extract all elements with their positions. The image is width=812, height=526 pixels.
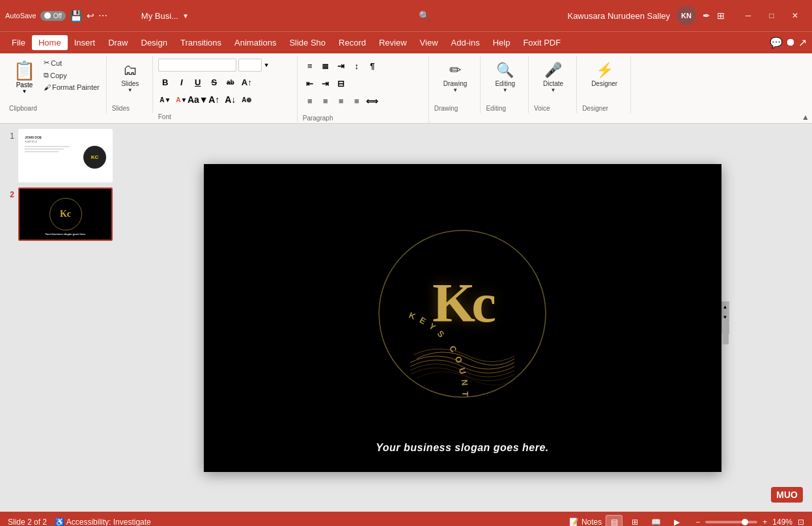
comment-icon[interactable]: 💬 <box>770 36 783 49</box>
doc-title[interactable]: My Busi... <box>141 11 178 21</box>
para-row-2: ⇤ ⇥ ⊟ <box>303 76 425 90</box>
slideshow-button[interactable]: ▶ <box>668 515 685 526</box>
user-avatar[interactable]: KN <box>677 6 696 25</box>
maximize-button[interactable]: □ <box>760 7 783 25</box>
share-icon[interactable]: ↗ <box>798 36 807 49</box>
close-button[interactable]: ✕ <box>783 7 807 25</box>
record-icon[interactable]: ⏺ <box>785 36 796 49</box>
justify-button[interactable]: ≡ <box>350 94 364 108</box>
menu-addins[interactable]: Add-ins <box>445 35 486 50</box>
menu-transitions[interactable]: Transitions <box>174 35 228 50</box>
italic-button[interactable]: I <box>175 75 189 89</box>
drawing-button[interactable]: ✏ Drawing ▼ <box>440 60 471 95</box>
list-bullets-button[interactable]: ≡ <box>303 59 317 73</box>
minimize-button[interactable]: ─ <box>736 7 760 25</box>
designer-button[interactable]: ⚡ Designer <box>587 60 621 89</box>
notes-button[interactable]: 📝 Notes <box>569 518 602 526</box>
redo-dropdown-icon[interactable]: ⋯ <box>98 10 107 21</box>
font-size-down-button[interactable]: A↓ <box>223 92 238 107</box>
menu-file[interactable]: File <box>5 35 32 50</box>
font-row-3: A▼ A▼ Aa▼ A↑ A↓ A⊕ <box>158 92 293 107</box>
indent-more-button2[interactable]: ⇥ <box>318 76 333 90</box>
reading-view-button[interactable]: 📖 <box>647 515 664 526</box>
slide-thumb-2[interactable]: Kc Your business slogan goes here. <box>18 187 113 241</box>
menu-review[interactable]: Review <box>372 35 413 50</box>
undo-icon[interactable]: ↩ <box>87 10 94 21</box>
pen-icon[interactable]: ✒ <box>703 10 710 21</box>
clipboard-group-label: Clipboard <box>9 105 37 112</box>
align-center-button[interactable]: ≡ <box>318 94 333 108</box>
indent-less-button[interactable]: ⇤ <box>303 76 317 90</box>
menu-view[interactable]: View <box>413 35 445 50</box>
menu-foxitpdf[interactable]: Foxit PDF <box>516 35 567 50</box>
normal-view-button[interactable]: ▤ <box>606 515 623 526</box>
menu-home[interactable]: Home <box>32 35 68 50</box>
menu-design[interactable]: Design <box>135 35 174 50</box>
text-options-button[interactable]: A⊕ <box>240 92 254 107</box>
indent-right-button[interactable]: ⇥ <box>334 59 348 73</box>
slides-button[interactable]: 🗂 Slides ▼ <box>117 60 143 95</box>
align-right-button[interactable]: ≡ <box>334 94 348 108</box>
font-size-dropdown[interactable]: ▼ <box>264 62 270 68</box>
dictate-button[interactable]: 🎤 Dictate ▼ <box>539 60 567 95</box>
copy-button[interactable]: ⧉ Copy <box>41 70 102 81</box>
right-scrollbar[interactable]: ▲ ▼ ▼ <box>721 301 729 334</box>
menu-draw[interactable]: Draw <box>102 35 134 50</box>
col-layout-button[interactable]: ⊟ <box>334 76 348 90</box>
ribbon-collapse-button[interactable]: ▲ <box>802 113 809 122</box>
accessibility-info: ♿ Accessibility: Investigate <box>55 518 151 526</box>
slide-info: Slide 2 of 2 <box>8 518 47 526</box>
clear-format-button[interactable]: ab <box>223 75 238 89</box>
slide-item-2[interactable]: 2 Kc Your business slogan goes here. <box>5 187 115 241</box>
font-size-up-button[interactable]: A↑ <box>207 92 221 107</box>
editing-button[interactable]: 🔍 Editing ▼ <box>491 60 519 95</box>
menu-record[interactable]: Record <box>332 35 372 50</box>
cut-button[interactable]: ✂ Cut <box>41 57 102 68</box>
scroll-up-arrow[interactable]: ▲ <box>721 301 729 312</box>
underline-button[interactable]: U <box>191 75 205 89</box>
paste-button[interactable]: 📋 Paste ▼ <box>9 57 40 97</box>
slide-thumb-1[interactable]: JOHN DOE SUBTITLE KC <box>18 129 113 182</box>
text-dir-button[interactable]: ⟺ <box>365 94 380 108</box>
zoom-slider[interactable] <box>705 521 757 523</box>
doc-title-dropdown[interactable]: ▼ <box>182 12 189 20</box>
slide-item-1[interactable]: 1 JOHN DOE SUBTITLE KC <box>5 129 115 182</box>
para-options-button[interactable]: ¶ <box>365 59 380 73</box>
autosave-toggle[interactable]: Off <box>40 11 66 21</box>
autosave-state: Off <box>53 12 62 20</box>
drawing-btn-container: ✏ Drawing ▼ <box>434 57 477 98</box>
slides-panel: 1 JOHN DOE SUBTITLE KC <box>0 124 120 512</box>
align-left-button[interactable]: ≡ <box>303 94 317 108</box>
logo-kc-text: Kc <box>432 275 492 331</box>
zoom-out-icon[interactable]: − <box>695 518 700 526</box>
font-size-input[interactable] <box>238 59 262 72</box>
strikethrough-button[interactable]: S <box>207 75 221 89</box>
menu-insert[interactable]: Insert <box>68 35 102 50</box>
ribbon-designer-group: ⚡ Designer Designer <box>578 56 631 113</box>
font-color-button[interactable]: A▼ <box>175 92 189 107</box>
present-icon[interactable]: ⊞ <box>717 10 725 21</box>
increase-font-button[interactable]: Aa▼ <box>191 92 205 107</box>
slide2-kc: Kc <box>60 209 71 219</box>
scroll-thumb[interactable] <box>722 318 729 344</box>
font-name-input[interactable] <box>158 59 236 72</box>
slide-sorter-button[interactable]: ⊞ <box>626 515 643 526</box>
zoom-in-icon[interactable]: + <box>763 518 767 526</box>
menu-help[interactable]: Help <box>486 35 517 50</box>
list-numbers-button[interactable]: ≣ <box>318 59 333 73</box>
line-spacing-button[interactable]: ↕ <box>350 59 364 73</box>
menu-slideshow[interactable]: Slide Sho <box>283 35 332 50</box>
text-shadow-button[interactable]: A↑ <box>240 75 254 89</box>
fit-slide-icon[interactable]: ⊡ <box>798 518 804 526</box>
save-icon[interactable]: 💾 <box>70 10 83 22</box>
ribbon-drawing-group: ✏ Drawing ▼ Drawing <box>430 56 481 113</box>
zoom-level[interactable]: 149% <box>772 518 792 526</box>
highlight-color-button[interactable]: A▼ <box>158 92 173 107</box>
status-left: Slide 2 of 2 ♿ Accessibility: Investigat… <box>8 518 559 526</box>
slide-canvas[interactable]: KEYS COUNT Kc Your busines <box>204 164 721 472</box>
bold-button[interactable]: B <box>158 75 173 89</box>
voice-btn-container: 🎤 Dictate ▼ <box>534 57 572 98</box>
search-icon[interactable]: 🔍 <box>419 10 430 21</box>
menu-animations[interactable]: Animations <box>228 35 283 50</box>
format-painter-button[interactable]: 🖌 Format Painter <box>41 82 102 92</box>
